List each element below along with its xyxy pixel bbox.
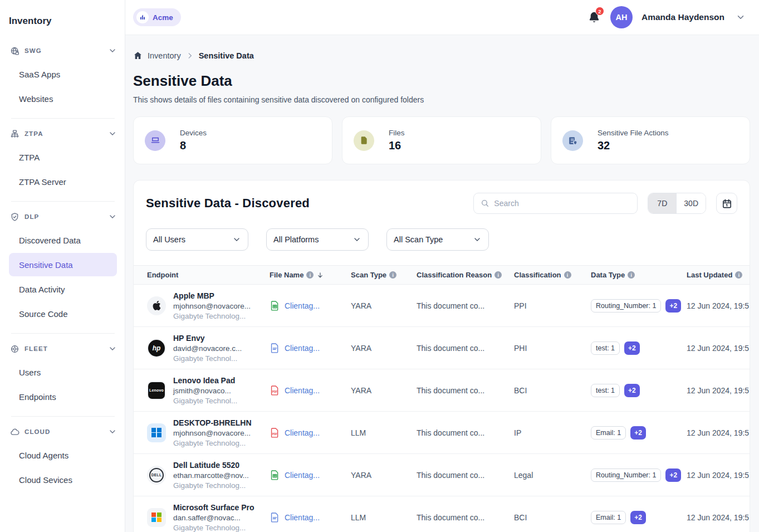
sidebar-section-label: DLP [25,213,103,220]
more-data-types-chip[interactable]: +2 [630,511,646,524]
classification-cell: PHI [514,344,591,353]
device-name: Dell Latitude 5520 [173,461,249,470]
user-avatar[interactable]: AH [610,6,633,28]
file-link[interactable]: Clientag... [285,513,320,522]
table-row[interactable]: DELL Dell Latitude 5520 ethan.marcotte@n… [134,454,750,496]
sidebar-item-data-activity[interactable]: Data Activity [9,277,117,301]
device-name: Microsoft Surface Pro [173,503,254,512]
scan-type-cell: YARA [351,344,417,353]
range-option-30d[interactable]: 30D [676,193,706,213]
info-icon[interactable]: i [494,271,502,279]
notifications-bell-icon[interactable]: 2 [586,9,603,26]
sidebar-item-users[interactable]: Users [9,360,117,384]
table-row[interactable]: Lenovo Lenovo Idea Pad jsmith@novaco... … [134,369,750,412]
data-type-chip[interactable]: test: 1 [591,384,620,397]
range-option-7d[interactable]: 7D [648,193,676,213]
xls-file-icon [270,300,280,311]
file-link[interactable]: Clientag... [285,428,320,437]
data-type-chip[interactable]: Routing_Number: 1 [591,468,661,482]
search-input[interactable] [494,199,630,208]
date-range-toggle: 7D30D [648,193,706,214]
table-row[interactable]: hp HP Envy david@novacore.c... Gigabyte … [134,327,750,369]
sidebar-item-source-code[interactable]: Source Code [9,302,117,325]
file-link[interactable]: Clientag... [285,386,320,395]
page-content: Inventory Sensitive Data Sensitive Data … [125,35,759,532]
sidebar-divider [11,333,115,334]
sidebar-section-fleet[interactable]: FLEET [10,341,117,356]
chevron-down-icon[interactable] [108,46,117,55]
device-user-email: david@novacore.c... [173,344,242,353]
org-switcher[interactable]: Acme [133,8,181,26]
more-data-types-chip[interactable]: +2 [665,468,681,482]
filter-all-platforms[interactable]: All Platforms [266,228,369,251]
info-icon[interactable]: i [306,271,314,279]
file-link[interactable]: Clientag... [285,301,320,310]
file-name-cell: PDF Clientag... [270,385,351,396]
file-name-cell: Clientag... [270,343,351,353]
more-data-types-chip[interactable]: +2 [630,426,646,440]
sidebar-item-discovered-data[interactable]: Discovered Data [9,228,117,252]
sidebar-item-cloud-sevices[interactable]: Cloud Sevices [9,468,117,491]
stat-value: 8 [180,139,207,152]
more-data-types-chip[interactable]: +2 [665,299,681,313]
classification-cell: BCI [514,513,591,522]
user-name[interactable]: Amanda Haydenson [642,12,724,22]
sidebar-item-cloud-agents[interactable]: Cloud Agents [9,443,117,467]
file-link[interactable]: Clientag... [285,344,320,353]
more-data-types-chip[interactable]: +2 [624,341,640,355]
table-row[interactable]: Apple MBP mjohnson@novacore... Gigabyte … [134,285,750,327]
sidebar-item-websites[interactable]: Websites [9,87,117,110]
cloud-icon [10,427,19,437]
calendar-button[interactable] [716,193,737,214]
sidebar-section-dlp[interactable]: DLP [10,209,117,224]
chevron-down-icon[interactable] [108,427,117,436]
filter-all-scan-type[interactable]: All Scan Type [386,228,489,251]
pdf-file-icon: PDF [270,385,280,396]
search-box [473,193,638,214]
info-icon[interactable]: i [564,271,571,279]
sidebar-item-saas-apps[interactable]: SaaS Apps [9,62,117,86]
sidebar-section-cloud[interactable]: CLOUD [10,424,117,439]
home-icon[interactable] [133,51,143,60]
breadcrumb-root[interactable]: Inventory [148,51,181,60]
page-title: Sensitive Data [133,72,750,90]
device-name: DESKTOP-BHRELHN [173,418,252,427]
column-label: Classification [514,271,561,279]
file-link[interactable]: Clientag... [285,471,320,480]
sidebar-section-ztpa[interactable]: ZTPA [10,126,117,141]
file-shield-icon [562,130,583,151]
sidebar-section-swg[interactable]: SWG [10,43,117,58]
info-icon[interactable]: i [735,271,742,279]
chevron-down-icon[interactable] [108,129,117,138]
column-label: Scan Type [351,271,386,279]
classification-reason-cell: This document co... [417,301,514,310]
data-type-chip[interactable]: Email: 1 [591,426,626,440]
data-type-chip[interactable]: Routing_Number: 1 [591,299,661,313]
device-org: Gigabyte Technol... [173,354,242,363]
filter-all-users[interactable]: All Users [146,228,248,251]
sidebar-item-ztpa[interactable]: ZTPA [9,145,117,169]
main-area: Acme 2 AH Amanda Haydenson Invento [125,0,759,532]
last-updated-cell: 12 Jun 2024, 19:5 [687,513,750,522]
last-updated-cell: 12 Jun 2024, 19:5 [687,428,750,437]
chevron-down-icon[interactable] [108,212,117,221]
filter-value: All Platforms [273,235,348,244]
more-data-types-chip[interactable]: +2 [624,384,640,397]
sidebar-item-ztpa-server[interactable]: ZTPA Server [9,170,117,193]
sidebar-item-sensitive-data[interactable]: Sensitive Data [9,253,117,276]
data-type-chip[interactable]: Email: 1 [591,511,626,524]
info-icon[interactable]: i [628,271,635,279]
table-row[interactable]: Microsoft Surface Pro dan.saffer@novac..… [134,496,750,532]
sidebar-section-label: FLEET [25,345,103,352]
chevron-down-icon [473,235,482,244]
sensitive-data-panel: Sensitive Data - Discovered 7D30D All Us… [133,180,750,532]
info-icon[interactable]: i [389,271,396,279]
chevron-down-icon[interactable] [108,344,117,353]
sidebar-section-label: ZTPA [25,130,103,137]
sort-desc-icon[interactable] [316,271,324,279]
endpoint-cell: Microsoft Surface Pro dan.saffer@novac..… [147,503,270,532]
table-row[interactable]: DESKTOP-BHRELHN mjohnson@novacore... Gig… [134,412,750,454]
user-menu-chevron-down-icon[interactable] [736,12,746,22]
sidebar-item-endpoints[interactable]: Endpoints [9,385,117,408]
data-type-chip[interactable]: test: 1 [591,341,620,355]
